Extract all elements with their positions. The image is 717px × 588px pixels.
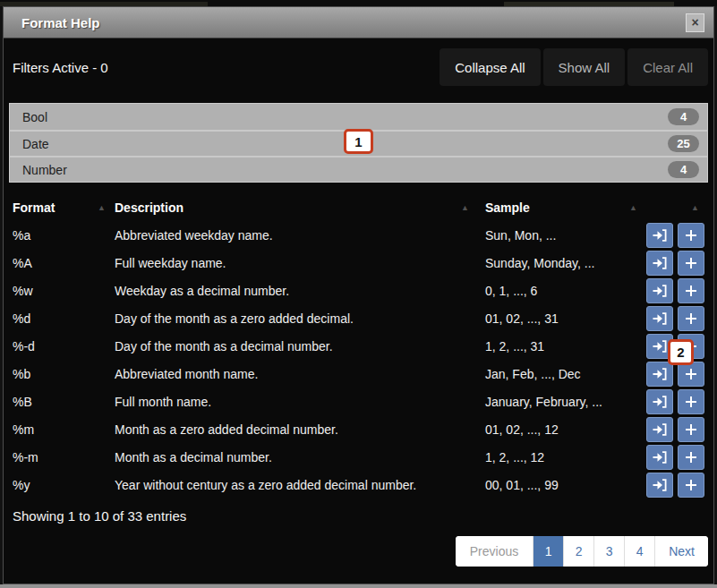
insert-into-field-icon bbox=[653, 285, 667, 297]
insert-format-button[interactable] bbox=[646, 251, 673, 276]
description-cell: Weekday as a decimal number. bbox=[111, 284, 482, 298]
sort-asc-icon: ▲ bbox=[461, 203, 469, 212]
sample-cell: Sun, Mon, ... bbox=[482, 228, 646, 243]
add-filter-icon bbox=[685, 479, 697, 491]
insert-format-button[interactable] bbox=[646, 473, 673, 498]
add-format-button[interactable] bbox=[678, 251, 704, 276]
insert-format-button[interactable] bbox=[646, 223, 673, 248]
insert-format-button[interactable] bbox=[646, 389, 673, 414]
add-format-button[interactable] bbox=[678, 306, 704, 331]
close-icon: × bbox=[691, 16, 698, 29]
sample-cell: Jan, Feb, ..., Dec bbox=[482, 367, 646, 381]
table-row: %yYear without century as a zero added d… bbox=[9, 471, 708, 499]
add-format-button[interactable] bbox=[678, 389, 704, 414]
description-cell: Month as a decimal number. bbox=[111, 450, 482, 464]
annotation-callout-2: 2 bbox=[668, 339, 694, 365]
annotation-callout-1: 1 bbox=[344, 129, 373, 154]
sort-asc-icon: ▲ bbox=[691, 203, 699, 212]
add-filter-icon bbox=[685, 229, 697, 242]
format-cell: %-m bbox=[9, 450, 111, 464]
dialog-titlebar[interactable]: Format Help × bbox=[4, 7, 713, 38]
clear-all-button[interactable]: Clear All bbox=[627, 48, 708, 86]
count-badge: 4 bbox=[668, 161, 699, 178]
previous-page-button[interactable]: Previous bbox=[456, 536, 533, 567]
column-header-actions[interactable]: ▲ bbox=[678, 203, 708, 212]
table-row: %bAbbreviated month name.Jan, Feb, ..., … bbox=[9, 360, 708, 388]
close-button[interactable]: × bbox=[686, 13, 704, 32]
format-help-dialog: Format Help × Filters Active - 0 Collaps… bbox=[3, 6, 714, 584]
sample-cell: 0, 1, ..., 6 bbox=[482, 284, 646, 298]
insert-format-button[interactable] bbox=[646, 278, 673, 303]
table-header: Format ▲ Description ▲ Sample ▲ ▲ bbox=[9, 194, 708, 221]
add-format-button[interactable] bbox=[678, 417, 704, 442]
page-button-4[interactable]: 4 bbox=[624, 536, 654, 567]
insert-format-button[interactable] bbox=[646, 417, 673, 442]
accordion-section-number[interactable]: Number 4 bbox=[10, 156, 707, 182]
format-cell: %w bbox=[9, 284, 111, 298]
accordion-section-label: Number bbox=[22, 163, 67, 177]
column-header-sample[interactable]: Sample ▲ bbox=[482, 200, 646, 215]
accordion-section-label: Date bbox=[22, 137, 49, 151]
format-cell: %-d bbox=[9, 339, 111, 354]
insert-into-field-icon bbox=[653, 312, 667, 325]
insert-into-field-icon bbox=[653, 257, 667, 269]
filter-toolbar: Filters Active - 0 Collapse All Show All… bbox=[9, 48, 708, 86]
page-button-1[interactable]: 1 bbox=[533, 536, 563, 567]
format-cell: %y bbox=[9, 478, 111, 492]
insert-into-field-icon bbox=[653, 368, 667, 380]
dialog-title: Format Help bbox=[21, 15, 100, 30]
sort-asc-icon: ▲ bbox=[629, 203, 637, 212]
add-format-button[interactable] bbox=[678, 445, 704, 470]
sample-cell: 01, 02, ..., 12 bbox=[482, 422, 646, 437]
table-row: %-mMonth as a decimal number.1, 2, ..., … bbox=[9, 443, 708, 471]
count-badge: 4 bbox=[668, 108, 699, 125]
sample-cell: Sunday, Monday, ... bbox=[482, 256, 646, 270]
insert-format-button[interactable] bbox=[646, 306, 673, 331]
insert-format-button[interactable] bbox=[646, 362, 673, 387]
next-page-button[interactable]: Next bbox=[654, 536, 708, 567]
insert-format-button[interactable] bbox=[646, 445, 673, 470]
sample-cell: 1, 2, ..., 12 bbox=[482, 450, 646, 464]
filters-active-label: Filters Active - 0 bbox=[9, 60, 108, 75]
sample-cell: 00, 01, ..., 99 bbox=[482, 478, 646, 492]
insert-into-field-icon bbox=[653, 396, 667, 408]
sample-cell: January, February, ... bbox=[482, 395, 646, 409]
add-format-button[interactable] bbox=[678, 223, 704, 248]
column-header-format[interactable]: Format ▲ bbox=[9, 200, 111, 215]
count-badge: 25 bbox=[668, 135, 699, 152]
insert-into-field-icon bbox=[653, 340, 667, 353]
format-cell: %d bbox=[9, 311, 111, 326]
format-cell: %m bbox=[9, 422, 111, 437]
column-header-description[interactable]: Description ▲ bbox=[111, 200, 482, 215]
table-row: %-dDay of the month as a decimal number.… bbox=[9, 332, 708, 360]
page-background-bottom bbox=[0, 584, 717, 588]
description-cell: Abbreviated month name. bbox=[111, 367, 482, 381]
format-table-body: %aAbbreviated weekday name.Sun, Mon, ...… bbox=[9, 221, 708, 499]
add-format-button[interactable] bbox=[678, 278, 704, 303]
description-cell: Day of the month as a zero added decimal… bbox=[111, 311, 482, 326]
page-button-3[interactable]: 3 bbox=[593, 536, 624, 567]
entries-status: Showing 1 to 10 of 33 entries bbox=[9, 508, 708, 524]
add-filter-icon bbox=[685, 451, 697, 464]
add-filter-icon bbox=[685, 312, 697, 325]
format-cell: %B bbox=[9, 395, 111, 409]
add-filter-icon bbox=[685, 257, 697, 269]
show-all-button[interactable]: Show All bbox=[543, 48, 626, 86]
table-row: %mMonth as a zero added decimal number.0… bbox=[9, 415, 708, 443]
dialog-content: Filters Active - 0 Collapse All Show All… bbox=[4, 38, 713, 567]
page-button-2[interactable]: 2 bbox=[563, 536, 593, 567]
pagination-group: Previous 1 2 3 4 Next bbox=[456, 536, 708, 567]
add-filter-icon bbox=[685, 396, 697, 408]
table-row: %wWeekday as a decimal number.0, 1, ...,… bbox=[9, 277, 708, 304]
add-filter-icon bbox=[685, 285, 697, 297]
accordion-section-label: Bool bbox=[22, 110, 47, 124]
format-cell: %A bbox=[9, 256, 111, 270]
description-cell: Full weekday name. bbox=[111, 256, 482, 270]
insert-into-field-icon bbox=[653, 479, 667, 491]
collapse-all-button[interactable]: Collapse All bbox=[440, 48, 540, 86]
accordion-section-bool[interactable]: Bool 4 bbox=[10, 104, 707, 130]
description-cell: Day of the month as a decimal number. bbox=[111, 339, 482, 354]
add-format-button[interactable] bbox=[678, 473, 704, 498]
description-cell: Full month name. bbox=[111, 395, 482, 409]
description-cell: Abbreviated weekday name. bbox=[111, 228, 482, 243]
